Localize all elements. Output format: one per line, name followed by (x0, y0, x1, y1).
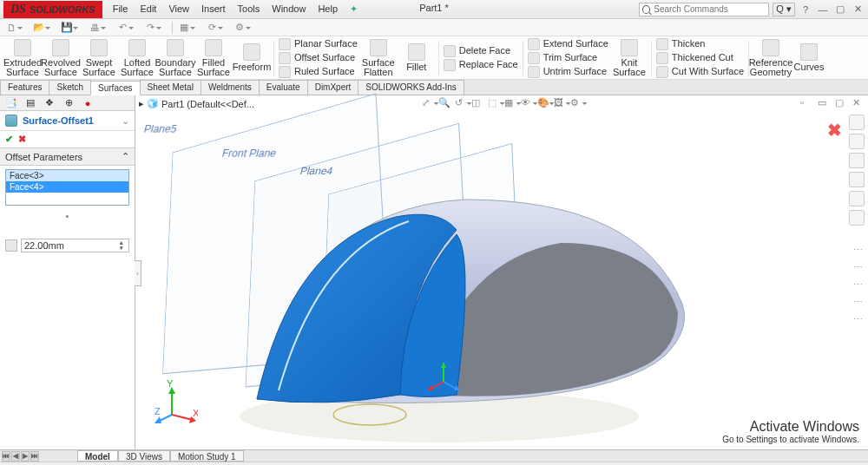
tab-model[interactable]: Model (77, 450, 118, 462)
appearances-icon[interactable] (849, 191, 865, 206)
panel-collapse-handle[interactable]: ‹ (135, 260, 141, 286)
expand-icon[interactable]: ▸ (139, 98, 144, 109)
extruded-surface-button[interactable]: Extruded Surface (3, 38, 42, 78)
thickened-cut-button[interactable]: Thickened Cut (654, 51, 746, 64)
new-doc-icon[interactable]: 🗋 (5, 22, 17, 34)
replace-face-button[interactable]: Replace Face (442, 58, 520, 71)
dock-icon[interactable]: ⋯ (851, 312, 865, 326)
pm-section-header[interactable]: Offset Parameters ⌃ (0, 147, 135, 166)
hide-show-icon[interactable]: 👁 (521, 97, 533, 109)
knit-surface-button[interactable]: Knit Surface (610, 38, 648, 78)
zoom-fit-icon[interactable]: ⤢ (422, 97, 434, 109)
save-icon[interactable]: 💾 (61, 22, 73, 34)
open-doc-icon[interactable]: 📂 (33, 22, 45, 34)
tab-motion-study[interactable]: Motion Study 1 (170, 450, 244, 462)
flyout-tree[interactable]: ▸ 🧊 Part1 (Default<<Def... (139, 98, 254, 109)
tab-evaluate[interactable]: Evaluate (259, 80, 308, 95)
nav-next-icon[interactable]: ▶ (21, 451, 30, 462)
fillet-button[interactable]: Fillet (398, 38, 436, 78)
delete-face-button[interactable]: Delete Face (442, 44, 520, 57)
offset-surface-button[interactable]: Offset Surface (277, 51, 359, 64)
lofted-surface-button[interactable]: Lofted Surface (118, 38, 156, 78)
tab-addins[interactable]: SOLIDWORKS Add-Ins (358, 80, 464, 95)
filled-surface-button[interactable]: Filled Surface (194, 38, 233, 78)
property-tab-icon[interactable]: ▤ (24, 97, 36, 109)
menu-insert[interactable]: Insert (196, 2, 231, 16)
edit-appearance-icon[interactable]: 🎨 (537, 97, 549, 109)
tab-dimxpert[interactable]: DimXpert (307, 80, 359, 95)
display-tab-icon[interactable]: ● (82, 97, 94, 109)
search-commands[interactable] (639, 3, 769, 16)
doc-close-icon[interactable]: ✕ (852, 97, 865, 109)
tab-sheet-metal[interactable]: Sheet Metal (140, 80, 201, 95)
apply-scene-icon[interactable]: 🖼 (554, 97, 566, 109)
rebuild-icon[interactable]: ⟳ (206, 22, 218, 34)
planar-surface-button[interactable]: Planar Surface (277, 37, 359, 50)
trim-surface-button[interactable]: Trim Surface (526, 51, 610, 64)
selection-list[interactable]: Face<3> Face<4> (5, 169, 129, 206)
untrim-surface-button[interactable]: Untrim Surface (526, 65, 610, 78)
menu-view[interactable]: View (163, 2, 194, 16)
search-scope-dropdown[interactable]: Q ▾ (773, 3, 795, 16)
orientation-triad[interactable]: Y X Z (155, 380, 198, 423)
view-orientation-icon[interactable]: ⬚ (488, 97, 500, 109)
dimxpert-tab-icon[interactable]: ⊕ (62, 97, 75, 109)
menu-help[interactable]: Help (312, 2, 343, 16)
previous-view-icon[interactable]: ↺ (455, 97, 467, 109)
undo-icon[interactable]: ↶ (116, 22, 128, 34)
spin-buttons[interactable]: ▴▾ (117, 240, 126, 251)
menu-file[interactable]: File (108, 2, 134, 16)
nav-first-icon[interactable]: ⏮ (2, 451, 10, 462)
display-style-icon[interactable]: ▦ (504, 97, 516, 109)
tab-sketch[interactable]: Sketch (49, 80, 91, 95)
redo-icon[interactable]: ↷ (144, 22, 156, 34)
exit-sketch-icon[interactable]: ✖ (827, 120, 842, 141)
dock-icon[interactable]: ⋯ (851, 295, 865, 309)
selection-item[interactable]: Face<4> (6, 181, 128, 193)
menu-tools[interactable]: Tools (233, 2, 266, 16)
resources-icon[interactable] (849, 115, 865, 130)
swept-surface-button[interactable]: Swept Surface (80, 38, 118, 78)
menu-pin-icon[interactable]: ✦ (345, 2, 363, 16)
custom-props-icon[interactable] (849, 210, 865, 226)
doc-max-icon[interactable]: ▢ (835, 97, 847, 109)
restore-icon[interactable]: ▢ (833, 3, 847, 16)
cut-with-surface-button[interactable]: Cut With Surface (654, 65, 746, 78)
nav-prev-icon[interactable]: ◀ (11, 451, 20, 462)
options-icon[interactable]: ⚙ (233, 22, 246, 34)
curves-button[interactable]: Curves (790, 38, 828, 78)
menu-edit[interactable]: Edit (135, 2, 161, 16)
feature-tree-tab-icon[interactable]: 📑 (5, 97, 17, 109)
config-tab-icon[interactable]: ❖ (43, 97, 56, 109)
view-settings-icon[interactable]: ⚙ (570, 97, 582, 109)
minimize-icon[interactable]: ― (816, 3, 830, 16)
search-input[interactable] (654, 4, 766, 14)
help-icon[interactable]: ? (799, 3, 812, 16)
dock-icon[interactable]: ⋯ (851, 278, 865, 291)
dock-icon[interactable]: ⋯ (851, 260, 865, 274)
boundary-surface-button[interactable]: Boundary Surface (156, 38, 194, 78)
tab-features[interactable]: Features (0, 80, 49, 95)
distance-input[interactable]: 22.00mm ▴▾ (21, 239, 129, 252)
revolved-surface-button[interactable]: Revolved Surface (42, 38, 80, 78)
doc-restore-icon[interactable]: ▭ (818, 97, 830, 109)
tab-weldments[interactable]: Weldments (201, 80, 260, 95)
selection-filter-icon[interactable]: ▦ (178, 22, 190, 34)
close-icon[interactable]: ✕ (851, 3, 865, 16)
thicken-button[interactable]: Thicken (654, 37, 746, 50)
reference-geometry-button[interactable]: Reference Geometry (752, 38, 790, 78)
pm-menu-icon[interactable]: ⌄ (122, 115, 129, 127)
file-explorer-icon[interactable] (849, 153, 865, 168)
drag-handle-icon[interactable]: • (0, 211, 135, 221)
ok-button[interactable]: ✔ (5, 134, 13, 145)
section-view-icon[interactable]: ◫ (471, 97, 483, 109)
cancel-button[interactable]: ✖ (18, 134, 26, 145)
selection-item[interactable]: Face<3> (6, 170, 128, 181)
ruled-surface-button[interactable]: Ruled Surface (277, 65, 359, 78)
doc-min-icon[interactable]: ▫ (800, 97, 812, 109)
tab-surfaces[interactable]: Surfaces (90, 81, 140, 95)
nav-last-icon[interactable]: ⏭ (30, 451, 39, 462)
freeform-button[interactable]: Freeform (233, 38, 271, 78)
zoom-area-icon[interactable]: 🔍 (438, 97, 450, 109)
tab-3d-views[interactable]: 3D Views (118, 450, 170, 462)
